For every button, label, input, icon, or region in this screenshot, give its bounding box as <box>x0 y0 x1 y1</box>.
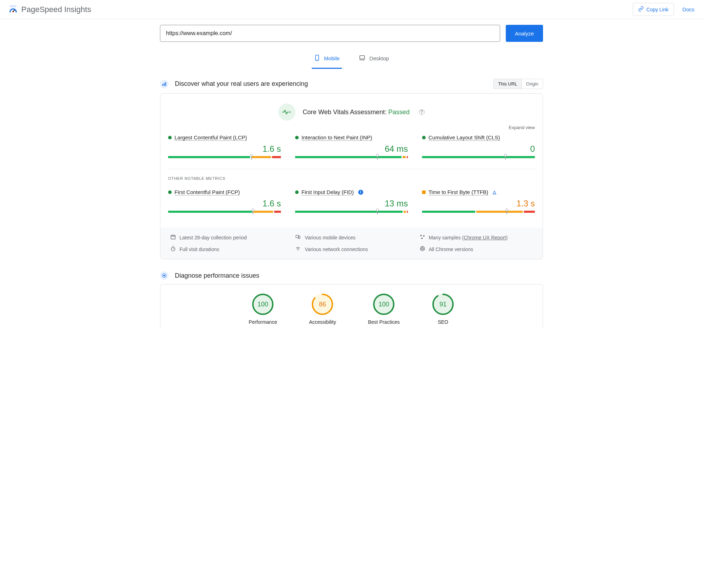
gauge-score: 86 <box>311 293 334 316</box>
svg-rect-9 <box>165 82 166 86</box>
gauge-label: Best Practices <box>368 319 399 325</box>
gauge-seo[interactable]: 91 SEO <box>432 293 454 325</box>
metric-distribution-bar <box>168 211 281 213</box>
discover-icon <box>160 80 168 88</box>
metric: Interaction to Next Paint (INP) 64 ms <box>295 134 408 158</box>
status-dot-icon <box>295 190 299 194</box>
divider <box>168 169 535 169</box>
diagnose-header: Diagnose performance issues <box>160 271 543 280</box>
gauge-label: Accessibility <box>309 319 336 325</box>
svg-rect-0 <box>10 5 17 7</box>
scope-this-url[interactable]: This URL <box>494 79 521 89</box>
other-metrics-grid: First Contentful Paint (FCP) 1.6 s First… <box>168 189 535 220</box>
url-input[interactable] <box>160 25 500 42</box>
metric: Time to First Byte (TTFB) △ 1.3 s <box>422 189 535 213</box>
gauge-ring: 86 <box>311 293 334 316</box>
gauge-label: Performance <box>249 319 277 325</box>
percentile-marker-icon <box>251 209 254 214</box>
metric-name[interactable]: Time to First Byte (TTFB) <box>428 189 488 195</box>
note-durations: Full visit durations <box>170 246 283 253</box>
devices-icon <box>295 234 301 240</box>
gauge-score: 91 <box>432 293 454 316</box>
tab-mobile[interactable]: Mobile <box>312 50 342 69</box>
gauge-ring: 100 <box>372 293 395 316</box>
note-samples: Many samples (Chrome UX Report) <box>420 234 533 241</box>
svg-rect-8 <box>164 83 165 86</box>
scope-origin[interactable]: Origin <box>521 79 543 89</box>
expand-view-link[interactable]: Expand view <box>168 122 535 134</box>
diagnose-icon <box>160 271 168 280</box>
metric-name[interactable]: Cumulative Layout Shift (CLS) <box>428 134 500 140</box>
gauge-accessibility[interactable]: 86 Accessibility <box>309 293 336 325</box>
lab-icon[interactable]: △ <box>493 189 496 195</box>
metric-name[interactable]: Interaction to Next Paint (INP) <box>301 134 372 140</box>
cwv-label: Core Web Vitals Assessment: <box>303 109 388 116</box>
metric-value: 13 ms <box>295 199 408 209</box>
analyze-button[interactable]: Analyze <box>506 25 543 42</box>
samples-icon <box>420 234 425 241</box>
cwv-assessment-icon <box>278 104 295 121</box>
other-metrics-label: OTHER NOTABLE METRICS <box>168 176 535 181</box>
device-tabs: Mobile Desktop <box>160 50 543 69</box>
field-data-panel: Core Web Vitals Assessment: Passed ? Exp… <box>160 93 543 259</box>
help-icon[interactable]: ? <box>419 109 425 115</box>
discover-title: Discover what your real users are experi… <box>175 80 308 88</box>
gauge-ring: 100 <box>251 293 274 316</box>
svg-line-2 <box>13 10 15 11</box>
topbar: PageSpeed Insights Copy Link Docs <box>0 0 703 19</box>
metric-name[interactable]: First Contentful Paint (FCP) <box>175 189 240 195</box>
gauge-score: 100 <box>372 293 395 316</box>
svg-rect-5 <box>360 56 365 59</box>
app-title: PageSpeed Insights <box>21 5 91 14</box>
url-row: Analyze <box>160 25 543 50</box>
gauge-performance[interactable]: 100 Performance <box>249 293 277 325</box>
svg-point-10 <box>289 111 291 113</box>
metric-header: Time to First Byte (TTFB) △ <box>422 189 535 195</box>
status-dot-icon <box>168 190 172 194</box>
svg-point-20 <box>171 247 175 251</box>
svg-point-19 <box>421 238 422 239</box>
diagnose-panel: 100 Performance 86 Accessibility 100 Bes… <box>160 284 543 328</box>
calendar-icon <box>170 234 176 241</box>
svg-point-18 <box>423 235 425 237</box>
discover-header: Discover what your real users are experi… <box>160 79 543 89</box>
status-dot-icon <box>168 136 172 139</box>
metric-value: 1.3 s <box>422 199 535 209</box>
percentile-marker-icon <box>376 154 379 160</box>
copy-link-label: Copy Link <box>647 7 669 12</box>
metric-header: Cumulative Layout Shift (CLS) <box>422 134 535 140</box>
tab-desktop[interactable]: Desktop <box>356 50 391 69</box>
svg-line-28 <box>420 249 421 249</box>
metric-header: Interaction to Next Paint (INP) <box>295 134 408 140</box>
brand: PageSpeed Insights <box>9 4 91 15</box>
copy-link-button[interactable]: Copy Link <box>633 3 674 16</box>
note-period: Latest 28-day collection period <box>170 234 283 241</box>
metric: First Contentful Paint (FCP) 1.6 s <box>168 189 281 213</box>
gauge-best practices[interactable]: 100 Best Practices <box>368 293 399 325</box>
mobile-icon <box>314 54 320 63</box>
metric-header: Largest Contentful Paint (LCP) <box>168 134 281 140</box>
docs-link[interactable]: Docs <box>682 6 694 12</box>
metric-name[interactable]: Largest Contentful Paint (LCP) <box>175 134 247 140</box>
app-logo-icon <box>9 4 18 15</box>
svg-rect-7 <box>162 84 163 86</box>
metric-distribution-bar <box>422 156 535 158</box>
metric-value: 1.6 s <box>168 144 281 154</box>
chrome-icon <box>420 246 425 253</box>
stopwatch-icon <box>170 246 176 253</box>
metric-name[interactable]: First Input Delay (FID) <box>301 189 354 195</box>
status-dot-icon <box>295 136 299 139</box>
cwv-status: Passed <box>388 109 410 116</box>
status-square-icon <box>422 190 426 194</box>
desktop-icon <box>358 55 366 62</box>
metric-distribution-bar <box>422 211 535 213</box>
crux-link[interactable]: Chrome UX Report <box>464 235 506 240</box>
metric-value: 1.6 s <box>168 199 281 209</box>
metric-distribution-bar <box>295 156 408 158</box>
metric: First Input Delay (FID) i 13 ms <box>295 189 408 213</box>
main-content: Analyze Mobile Desktop <box>160 19 543 343</box>
cwv-assessment: Core Web Vitals Assessment: Passed ? <box>168 102 535 122</box>
metric: Cumulative Layout Shift (CLS) 0 <box>422 134 535 158</box>
info-icon[interactable]: i <box>358 190 363 195</box>
metric-header: First Input Delay (FID) i <box>295 189 408 195</box>
